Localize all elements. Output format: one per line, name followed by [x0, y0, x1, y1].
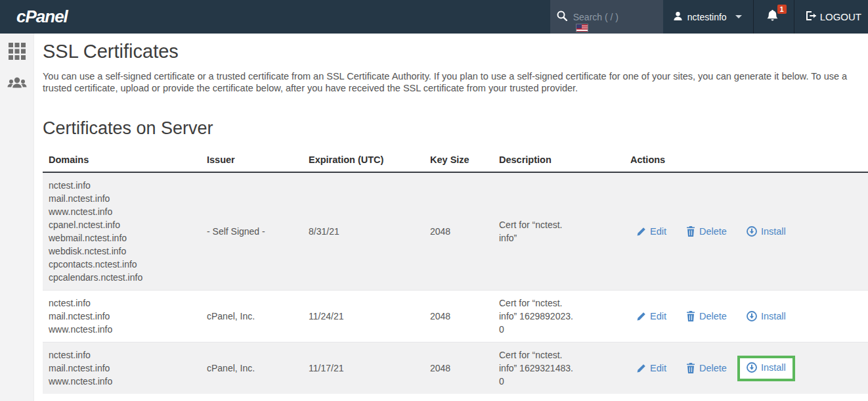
user-icon — [673, 11, 683, 23]
install-download-icon — [747, 362, 757, 373]
top-navbar: cPanel nctestinfo 1 LOGOUT — [0, 0, 868, 34]
cell-expiration: 11/17/21 — [303, 342, 424, 394]
trash-icon — [686, 226, 695, 237]
pencil-icon — [636, 227, 646, 237]
cell-issuer: cPanel, Inc. — [201, 342, 303, 394]
notifications-button[interactable]: 1 — [754, 0, 794, 34]
install-download-icon — [747, 311, 757, 321]
section-title: Certificates on Server — [43, 118, 868, 139]
install-button[interactable]: Install — [747, 226, 786, 237]
users-group-icon[interactable] — [7, 76, 27, 94]
edit-button[interactable]: Edit — [636, 363, 666, 373]
apps-grid-icon[interactable] — [9, 43, 26, 62]
install-button[interactable]: Install — [747, 311, 786, 321]
trash-icon — [686, 363, 695, 373]
page-title: SSL Certificates — [43, 41, 868, 62]
col-header-keysize: Key Size — [424, 149, 493, 172]
col-header-expiration: Expiration (UTC) — [303, 149, 424, 172]
cell-description: Cert for “nctest. info” 1629321483. 0 — [493, 342, 624, 394]
delete-button[interactable]: Delete — [686, 311, 727, 321]
username-label: nctestinfo — [687, 12, 727, 22]
pencil-icon — [636, 364, 646, 373]
col-header-actions: Actions — [624, 149, 868, 172]
install-highlight-annotation: Install — [737, 356, 795, 381]
page-description: You can use a self-signed certificate or… — [43, 70, 863, 94]
cell-domains: nctest.info mail.nctest.info www.nctest.… — [43, 172, 201, 291]
logout-label: LOGOUT — [820, 11, 861, 22]
cell-issuer: - Self Signed - — [201, 172, 303, 291]
cell-expiration: 11/24/21 — [303, 291, 424, 342]
col-header-issuer: Issuer — [201, 149, 303, 172]
install-button[interactable]: Install — [747, 362, 786, 373]
search-panel[interactable] — [550, 0, 663, 34]
cell-issuer: cPanel, Inc. — [201, 291, 303, 342]
chevron-down-icon — [735, 15, 742, 18]
delete-button[interactable]: Delete — [686, 226, 727, 237]
cell-keysize: 2048 — [424, 342, 493, 394]
col-header-domains: Domains — [43, 149, 201, 172]
cell-description: Cert for “nctest. info” 1629892023. 0 — [493, 291, 624, 342]
trash-icon — [686, 311, 695, 321]
navbar-spacer — [68, 0, 550, 34]
search-input[interactable] — [573, 12, 651, 22]
cell-expiration: 8/31/21 — [303, 172, 424, 291]
delete-button[interactable]: Delete — [686, 363, 727, 373]
logout-button[interactable]: LOGOUT — [794, 0, 868, 34]
edit-button[interactable]: Edit — [636, 311, 666, 321]
left-sidebar — [0, 34, 34, 401]
logout-icon — [804, 10, 816, 24]
pencil-icon — [636, 312, 646, 321]
search-icon — [557, 11, 567, 24]
table-row: nctest.info mail.nctest.info www.nctest.… — [43, 342, 868, 394]
cpanel-logo: cPanel — [0, 0, 68, 34]
cell-description: Cert for “nctest. info” — [493, 172, 624, 291]
col-header-description: Description — [493, 149, 624, 172]
user-menu[interactable]: nctestinfo — [663, 0, 753, 34]
cell-domains: nctest.info mail.nctest.info www.nctest.… — [43, 291, 201, 342]
main-content: SSL Certificates You can use a self-sign… — [34, 34, 868, 401]
edit-button[interactable]: Edit — [636, 226, 666, 237]
notification-badge: 1 — [777, 5, 787, 14]
cell-domains: nctest.info mail.nctest.info www.nctest.… — [43, 342, 201, 394]
table-row: nctest.info mail.nctest.info www.nctest.… — [43, 172, 868, 291]
certificates-table: Domains Issuer Expiration (UTC) Key Size… — [43, 149, 868, 394]
cell-keysize: 2048 — [424, 291, 493, 342]
us-flag-icon[interactable] — [576, 24, 588, 32]
install-download-icon — [747, 226, 757, 237]
cell-keysize: 2048 — [424, 172, 493, 291]
table-row: nctest.info mail.nctest.info www.nctest.… — [43, 291, 868, 342]
table-header-row: Domains Issuer Expiration (UTC) Key Size… — [43, 149, 868, 172]
